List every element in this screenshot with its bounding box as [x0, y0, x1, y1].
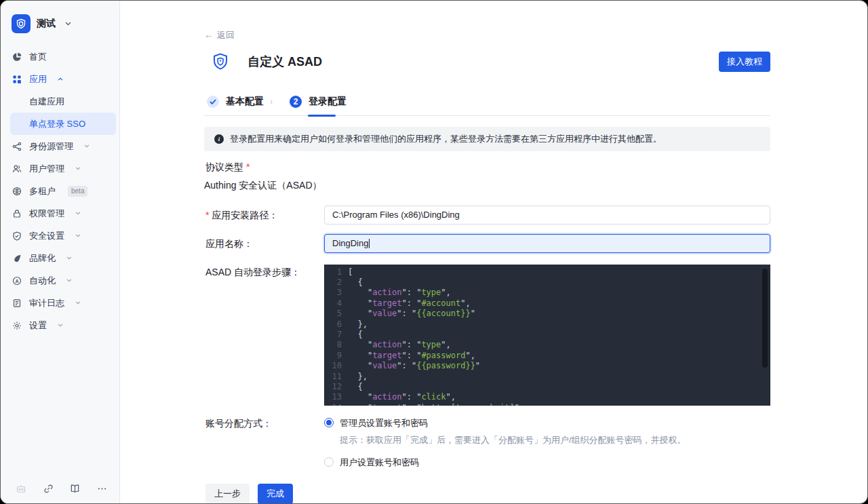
info-banner: i 登录配置用来确定用户如何登录和管理他们的应用程序，某些登录方法需要在第三方应… [204, 127, 770, 151]
radio-selected-icon [324, 418, 334, 427]
identity-source-icon [12, 142, 22, 151]
step-indicator: 基本配置 › 2 登录配置 [204, 96, 770, 116]
shield-check-icon [12, 231, 22, 241]
sidebar-item-identity-sources[interactable]: 身份源管理 [1, 135, 119, 157]
radio-admin-sets-credentials[interactable]: 管理员设置账号和密码 [324, 417, 770, 429]
step-done-check-icon [207, 96, 219, 108]
sidebar-item-user-management[interactable]: 用户管理 [1, 157, 119, 180]
sidebar-item-label: 首页 [29, 51, 47, 63]
install-path-row: * 应用安装路径： C:\Program Files (x86)\DingDin… [204, 206, 770, 225]
radio-label: 用户设置账号和密码 [340, 457, 419, 469]
sidebar-item-apps[interactable]: 应用 [1, 68, 119, 90]
chevron-down-icon [66, 279, 72, 282]
step-separator-icon: › [270, 97, 273, 106]
login-steps-label: ASAD 自动登录步骤： [204, 265, 324, 279]
editor-scrollbar[interactable] [762, 269, 768, 368]
install-path-label: * 应用安装路径： [204, 206, 324, 222]
svg-text:A: A [15, 278, 18, 283]
workspace-switcher[interactable]: 测试 [1, 1, 119, 33]
beta-badge: beta [68, 186, 87, 197]
sidebar-item-branding[interactable]: 品牌化 [1, 247, 119, 269]
home-icon [12, 52, 22, 62]
page-header: 自定义 ASAD 接入教程 [204, 52, 770, 72]
install-path-input[interactable]: C:\Program Files (x86)\DingDing [324, 206, 770, 225]
sidebar: 测试 首页 应用 自建应用 单点登录 SSO 身份源管 [1, 1, 120, 503]
previous-step-button[interactable]: 上一步 [205, 484, 250, 504]
required-mark: * [246, 161, 250, 172]
sidebar-item-label: 权限管理 [29, 208, 64, 220]
protocol-type-value: Authing 安全认证（ASAD） [204, 180, 770, 192]
main-content: ← 返回 自定义 ASAD 接入教程 基本配置 › 2 登录配置 [120, 1, 867, 503]
sidebar-item-label: 用户管理 [29, 163, 64, 175]
workspace-logo-icon [12, 14, 31, 33]
info-icon: i [214, 134, 224, 144]
app-name-input[interactable]: DingDing [324, 234, 770, 253]
branding-icon [12, 254, 22, 263]
radio-user-sets-credentials[interactable]: 用户设置账号和密码 [324, 457, 770, 469]
link-icon[interactable] [43, 484, 54, 494]
finish-button[interactable]: 完成 [258, 484, 293, 504]
protocol-type-label: 协议类型 * [204, 161, 770, 174]
chevron-down-icon [75, 234, 81, 237]
active-step-underline [308, 115, 336, 117]
sidebar-item-self-built-apps[interactable]: 自建应用 [1, 90, 119, 113]
sidebar-item-label: 应用 [29, 73, 47, 85]
sidebar-item-label: 身份源管理 [29, 140, 73, 153]
sidebar-item-label: 设置 [29, 319, 47, 332]
sidebar-item-label: 自建应用 [29, 96, 64, 108]
user-management-icon [12, 164, 22, 174]
automation-icon: A [12, 276, 22, 286]
radio-label: 管理员设置账号和密码 [340, 417, 428, 429]
back-arrow-icon: ← [204, 30, 213, 40]
book-icon[interactable] [70, 484, 80, 494]
account-assignment-row: 账号分配方式： 管理员设置账号和密码 提示：获取应用「完成」后，需要进入「分配账… [204, 417, 770, 469]
app-name-label: 应用名称： [204, 234, 324, 250]
sidebar-item-sso[interactable]: 单点登录 SSO [10, 113, 116, 135]
radio-unselected-icon [324, 457, 334, 467]
lock-icon [12, 209, 22, 218]
sidebar-item-multi-tenant[interactable]: 多租户 beta [1, 180, 119, 202]
sidebar-nav: 首页 应用 自建应用 单点登录 SSO 身份源管理 用户管理 [1, 33, 119, 476]
step-label: 登录配置 [309, 96, 347, 108]
sidebar-item-label: 自动化 [29, 275, 56, 287]
chevron-down-icon [75, 212, 81, 215]
app-name-row: 应用名称： DingDing [204, 234, 770, 253]
login-steps-row: ASAD 自动登录步骤： 1[2 {3 "action": "type",4 "… [204, 265, 770, 406]
sidebar-item-home[interactable]: 首页 [1, 45, 119, 68]
form-actions: 上一步 完成 [204, 484, 770, 504]
multi-tenant-icon [12, 187, 22, 196]
sidebar-item-automation[interactable]: A 自动化 [1, 269, 119, 292]
sidebar-item-label: 审计日志 [29, 297, 64, 309]
sidebar-item-label: 品牌化 [29, 252, 56, 265]
sidebar-item-settings[interactable]: 设置 [1, 314, 119, 336]
account-assignment-label: 账号分配方式： [204, 417, 324, 430]
app-shield-icon [211, 52, 230, 71]
sidebar-item-label: 安全设置 [29, 230, 64, 242]
info-banner-text: 登录配置用来确定用户如何登录和管理他们的应用程序，某些登录方法需要在第三方应用程… [230, 133, 662, 145]
robot-icon[interactable] [16, 484, 26, 494]
sidebar-item-label: 单点登录 SSO [29, 118, 85, 130]
back-link[interactable]: ← 返回 [204, 29, 235, 41]
text-cursor [369, 239, 370, 248]
step-basic-config[interactable]: 基本配置 [207, 96, 264, 108]
sidebar-item-permissions[interactable]: 权限管理 [1, 202, 119, 225]
radio-admin-hint: 提示：获取应用「完成」后，需要进入「分配账号」为用户/组织分配账号密码，并授权。 [324, 434, 770, 446]
page-title: 自定义 ASAD [248, 54, 719, 70]
apps-icon [12, 75, 22, 84]
sidebar-item-audit-logs[interactable]: 审计日志 [1, 292, 119, 314]
chevron-down-icon [66, 256, 72, 260]
audit-log-icon [12, 298, 22, 308]
chevron-down-icon [75, 167, 81, 170]
workspace-name: 测试 [37, 18, 56, 30]
sidebar-footer [1, 476, 119, 503]
chevron-down-icon [75, 301, 81, 305]
tutorial-button[interactable]: 接入教程 [719, 52, 770, 72]
app-window: 测试 首页 应用 自建应用 单点登录 SSO 身份源管 [0, 0, 868, 504]
more-icon[interactable] [97, 484, 107, 494]
chevron-down-icon [58, 324, 63, 327]
gear-icon [12, 321, 22, 330]
asad-login-steps-editor[interactable]: 1[2 {3 "action": "type",4 "target": "#ac… [324, 265, 770, 406]
sidebar-item-security-settings[interactable]: 安全设置 [1, 225, 119, 247]
step-login-config[interactable]: 2 登录配置 [290, 96, 347, 108]
chevron-down-icon [84, 144, 90, 148]
